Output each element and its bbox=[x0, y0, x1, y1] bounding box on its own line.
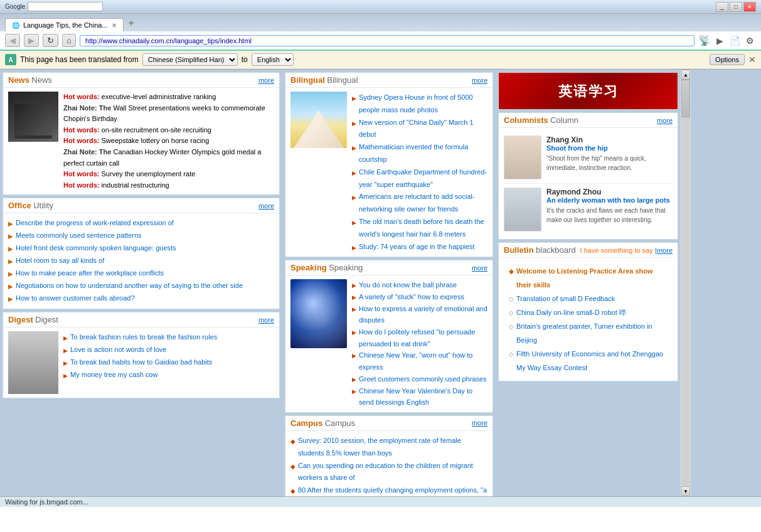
list-item[interactable]: ▶To break bad habits how to Gaidiao bad … bbox=[63, 356, 274, 369]
active-tab[interactable]: 🌐 Language Tips, the China... ✕ bbox=[5, 18, 124, 31]
refresh-button[interactable]: ↻ bbox=[43, 34, 58, 47]
list-item[interactable]: ▶My money tree my cash cow bbox=[63, 369, 274, 381]
campus-more-link[interactable]: more bbox=[472, 419, 487, 427]
list-item[interactable]: ▶Describe the progress of work-related e… bbox=[8, 217, 274, 230]
digest-link-3[interactable]: To break bad habits how to Gaidiao bad h… bbox=[70, 356, 212, 369]
bilingual-link-5[interactable]: Americans are reluctant to add social-ne… bbox=[359, 191, 487, 216]
campus-link-1[interactable]: Survey: 2010 session, the employment rat… bbox=[298, 435, 487, 460]
list-item[interactable]: ▶Chinese New Year, "worn out" how to exp… bbox=[352, 349, 487, 373]
office-link-1[interactable]: Describe the progress of work-related ex… bbox=[16, 217, 174, 230]
list-item[interactable]: ▶Greet customers commonly used phrases bbox=[352, 373, 487, 385]
close-window-button[interactable]: ✕ bbox=[743, 2, 756, 12]
bilingual-link-1[interactable]: Sydney Opera House in front of 5000 peop… bbox=[359, 92, 487, 117]
list-item[interactable]: ▶Hotel room to say all kinds of bbox=[8, 255, 274, 267]
list-item[interactable]: ▶How do I politely refused "to persuade … bbox=[352, 326, 487, 349]
new-tab-button[interactable]: + bbox=[124, 15, 139, 31]
list-item[interactable]: ▶How to express a variety of emotional a… bbox=[352, 303, 487, 326]
list-item[interactable]: ◇ China Daily on-line small-D robot 哔 bbox=[509, 306, 668, 319]
speaking-more-link[interactable]: more bbox=[472, 264, 487, 272]
list-item[interactable]: ▶Love is action not words of love bbox=[63, 344, 274, 356]
bulletin-link-5[interactable]: Fifth University of Economics and hot Zh… bbox=[516, 347, 668, 375]
list-item[interactable]: ◆80 After the students quietly changing … bbox=[290, 484, 487, 496]
list-item[interactable]: ▶New version of "China Daily" March 1 de… bbox=[352, 117, 487, 142]
list-item[interactable]: ◇ Britain's greatest painter, Turner exh… bbox=[509, 319, 668, 347]
list-item[interactable]: ◇ Fifth University of Economics and hot … bbox=[509, 347, 668, 375]
list-item[interactable]: ▶Sydney Opera House in front of 5000 peo… bbox=[352, 92, 487, 117]
list-item[interactable]: ▶Chile Earthquake Department of hundred-… bbox=[352, 166, 487, 191]
list-item[interactable]: ◆ Welcome to Listening Practice Area sho… bbox=[509, 264, 668, 292]
nav-next-icon[interactable]: ▶ bbox=[713, 35, 726, 47]
bulletin-link-2[interactable]: Translation of small D Feedback bbox=[516, 292, 615, 306]
scroll-thumb[interactable] bbox=[681, 80, 690, 117]
campus-link-3[interactable]: 80 After the students quietly changing e… bbox=[298, 484, 487, 496]
speaking-link-5[interactable]: Chinese New Year, "worn out" how to expr… bbox=[359, 349, 487, 373]
options-button[interactable]: Options bbox=[710, 54, 745, 65]
list-item[interactable]: ◆Survey: 2010 session, the employment ra… bbox=[290, 435, 487, 460]
bilingual-link-3[interactable]: Mathematician invented the formula court… bbox=[359, 141, 487, 166]
list-item[interactable]: ▶Chinese New Year Valentine's Day to sen… bbox=[352, 385, 487, 408]
speaking-link-4[interactable]: How do I politely refused "to persuade p… bbox=[359, 326, 487, 349]
list-item[interactable]: ▶To break fashion rules to break the fas… bbox=[63, 331, 274, 344]
office-link-3[interactable]: Hotel front desk commonly spoken languag… bbox=[16, 242, 176, 255]
office-link-4[interactable]: Hotel room to say all kinds of bbox=[16, 255, 104, 267]
digest-link-2[interactable]: Love is action not words of love bbox=[70, 344, 166, 356]
raymond-zhou-article[interactable]: An elderly woman with two large pots bbox=[546, 196, 673, 204]
bulletin-link-highlight[interactable]: Welcome to Listening Practice Area show … bbox=[516, 264, 668, 292]
office-link-6[interactable]: Negotiations on how to understand anothe… bbox=[16, 280, 243, 292]
list-item[interactable]: ▶Americans are reluctant to add social-n… bbox=[352, 191, 487, 216]
list-item[interactable]: ▶Negotiations on how to understand anoth… bbox=[8, 280, 274, 292]
list-item[interactable]: ▶How to answer customer calls abroad? bbox=[8, 292, 274, 305]
address-bar[interactable] bbox=[80, 35, 694, 46]
speaking-link-7[interactable]: Chinese New Year Valentine's Day to send… bbox=[359, 385, 487, 408]
scroll-up-button[interactable]: ▲ bbox=[681, 70, 690, 80]
page-menu-icon[interactable]: 📄 bbox=[728, 35, 741, 47]
scrollbar[interactable]: ▲ ▼ bbox=[681, 70, 691, 496]
speaking-link-6[interactable]: Greet customers commonly used phrases bbox=[359, 373, 487, 385]
bulletin-link-4[interactable]: Britain's greatest painter, Turner exhib… bbox=[516, 319, 668, 347]
columnists-more-link[interactable]: more bbox=[657, 117, 673, 124]
list-item[interactable]: ▶How to make peace after the workplace c… bbox=[8, 267, 274, 280]
minimize-button[interactable]: _ bbox=[716, 2, 728, 12]
google-search-input[interactable] bbox=[28, 2, 103, 11]
list-item[interactable]: ◆Can you spending on education to the ch… bbox=[290, 460, 487, 485]
scroll-down-button[interactable]: ▼ bbox=[681, 486, 690, 496]
digest-link-1[interactable]: To break fashion rules to break the fash… bbox=[70, 331, 217, 344]
list-item[interactable]: ▶The old man's death before his death th… bbox=[352, 216, 487, 241]
bilingual-more-link[interactable]: more bbox=[472, 77, 487, 84]
maximize-button[interactable]: □ bbox=[730, 2, 742, 12]
list-item[interactable]: ▶You do not know the ball phrase bbox=[352, 279, 487, 291]
office-link-2[interactable]: Meets commonly used sentence patterns bbox=[16, 230, 142, 242]
rss-icon[interactable]: 📡 bbox=[698, 35, 711, 47]
translation-bar-close[interactable]: ✕ bbox=[748, 55, 756, 65]
digest-more-link[interactable]: more bbox=[258, 316, 274, 324]
bulletin-more-link[interactable]: |more bbox=[655, 247, 673, 254]
digest-link-4[interactable]: My money tree my cash cow bbox=[70, 369, 157, 381]
bilingual-link-6[interactable]: The old man's death before his death the… bbox=[359, 216, 487, 241]
back-button[interactable]: ◀ bbox=[5, 34, 20, 47]
forward-button[interactable]: ▶ bbox=[24, 34, 39, 47]
office-more-link[interactable]: more bbox=[258, 202, 274, 210]
list-item[interactable]: ◇ Translation of small D Feedback bbox=[509, 292, 668, 306]
list-item[interactable]: ▶A variety of "stuck" how to express bbox=[352, 291, 487, 303]
tab-close-button[interactable]: ✕ bbox=[112, 22, 117, 29]
scroll-track[interactable] bbox=[681, 80, 690, 486]
list-item[interactable]: ▶Hotel front desk commonly spoken langua… bbox=[8, 242, 274, 255]
to-language-select[interactable]: English bbox=[252, 53, 294, 66]
bulletin-link-3[interactable]: China Daily on-line small-D robot 哔 bbox=[516, 306, 626, 319]
zhang-xin-article[interactable]: Shoot from the hip bbox=[546, 144, 673, 152]
bilingual-link-2[interactable]: New version of "China Daily" March 1 deb… bbox=[359, 117, 487, 142]
campus-link-2[interactable]: Can you spending on education to the chi… bbox=[298, 460, 487, 485]
bilingual-link-7[interactable]: Study: 74 years of age in the happiest bbox=[359, 241, 475, 253]
list-item[interactable]: ▶Mathematician invented the formula cour… bbox=[352, 141, 487, 166]
news-more-link[interactable]: more bbox=[258, 77, 274, 84]
office-link-5[interactable]: How to make peace after the workplace co… bbox=[16, 267, 164, 280]
speaking-link-2[interactable]: A variety of "stuck" how to express bbox=[359, 291, 464, 303]
tools-icon[interactable]: ⚙ bbox=[743, 35, 756, 47]
list-item[interactable]: ▶Study: 74 years of age in the happiest bbox=[352, 241, 487, 253]
speaking-link-1[interactable]: You do not know the ball phrase bbox=[359, 279, 457, 291]
office-link-7[interactable]: How to answer customer calls abroad? bbox=[16, 292, 135, 305]
from-language-select[interactable]: Chinese (Simplified Han) bbox=[142, 53, 238, 66]
list-item[interactable]: ▶Meets commonly used sentence patterns bbox=[8, 230, 274, 242]
home-button[interactable]: ⌂ bbox=[62, 34, 76, 47]
bilingual-link-4[interactable]: Chile Earthquake Department of hundred-y… bbox=[359, 166, 487, 191]
